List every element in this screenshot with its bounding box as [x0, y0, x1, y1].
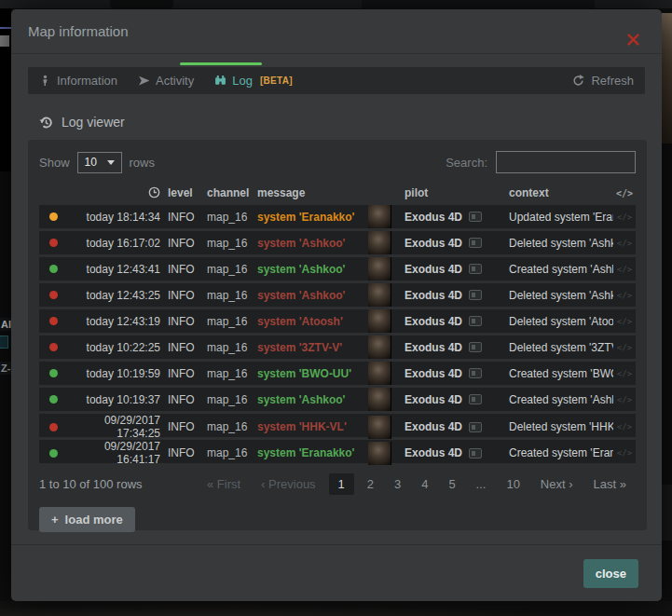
load-more-button[interactable]: + load more	[39, 507, 135, 532]
log-time: today 12:43:25	[67, 289, 160, 302]
table-row[interactable]: today 10:19:59 INFO map_16 system 'BWO-U…	[39, 362, 636, 385]
table-row[interactable]: 09/29/2017 17:34:25 INFO map_16 system '…	[39, 414, 636, 437]
row-code-icon[interactable]: </>	[613, 369, 636, 378]
pagination-page-3[interactable]: 3	[387, 473, 408, 495]
row-code-icon[interactable]: </>	[613, 239, 636, 248]
time-column-header[interactable]	[67, 186, 160, 199]
pilot-avatar	[368, 309, 391, 333]
table-row[interactable]: today 10:22:25 INFO map_16 system '3ZTV-…	[39, 335, 636, 359]
plane-icon	[138, 75, 150, 87]
row-code-icon[interactable]: </>	[613, 448, 636, 458]
log-context: Deleted system 'Atoosh' #...	[501, 315, 613, 328]
status-dot	[49, 395, 58, 404]
table-row[interactable]: today 10:19:37 INFO map_16 system 'Ashko…	[39, 388, 636, 411]
message-column-header[interactable]: message	[248, 186, 368, 199]
pagination-page-2[interactable]: 2	[360, 473, 381, 495]
pilot-name: Exodus 4D	[405, 263, 462, 276]
level-column-header[interactable]: level	[160, 186, 199, 199]
pilot-avatar	[368, 231, 391, 254]
background-map-node	[0, 335, 8, 349]
log-time: today 12:43:41	[67, 263, 160, 276]
status-dot	[49, 239, 58, 247]
log-channel: map_16	[199, 211, 248, 224]
log-level: INFO	[160, 420, 199, 433]
pilot-card-icon	[469, 422, 482, 432]
pilot-avatar	[368, 442, 391, 465]
table-row[interactable]: today 12:43:41 INFO map_16 system 'Ashko…	[39, 257, 636, 281]
pilot-cell: Exodus 4D	[397, 237, 501, 250]
pagination-page-1[interactable]: 1	[329, 473, 354, 495]
dialog-footer: close	[11, 544, 662, 601]
pagination-ellipsis[interactable]: ...	[469, 473, 494, 495]
rows-per-page-select[interactable]: 10	[77, 152, 122, 173]
row-code-icon[interactable]: </>	[613, 343, 636, 352]
plus-icon: +	[51, 513, 59, 527]
pilot-avatar-cell	[368, 257, 397, 281]
log-time: 09/29/2017 16:41:17	[67, 440, 160, 466]
tab-label: Information	[57, 74, 117, 88]
tab-log[interactable]: Log [BETA]	[214, 74, 293, 88]
log-level: INFO	[160, 211, 199, 224]
status-cell	[39, 369, 67, 377]
refresh-button[interactable]: Refresh	[572, 74, 634, 88]
pagination-next[interactable]: Next ›	[533, 473, 581, 495]
search-input[interactable]	[496, 151, 636, 173]
close-icon[interactable]	[627, 34, 639, 46]
row-code-icon[interactable]: </>	[613, 291, 636, 300]
context-column-header[interactable]: context	[501, 186, 613, 199]
pilot-avatar-cell	[368, 442, 397, 465]
log-context: Created system 'Eranakko...	[501, 446, 613, 459]
table-row[interactable]: 09/29/2017 16:41:17 INFO map_16 system '…	[39, 440, 636, 463]
table-row[interactable]: today 18:14:34 INFO map_16 system 'Erana…	[39, 205, 636, 228]
log-level: INFO	[160, 393, 199, 406]
table-row[interactable]: today 16:17:02 INFO map_16 system 'Ashko…	[39, 231, 636, 254]
search-label: Search:	[446, 156, 487, 170]
log-context: Deleted system 'HHK-VL' ...	[501, 420, 613, 433]
log-message: system 'Ashkoo'	[248, 289, 368, 302]
status-dot	[49, 369, 58, 377]
status-cell	[39, 291, 67, 299]
beta-badge: [BETA]	[260, 75, 293, 86]
table-row[interactable]: today 12:43:19 INFO map_16 system 'Atoos…	[39, 309, 636, 333]
log-time: today 16:17:02	[67, 237, 160, 250]
log-channel: map_16	[199, 315, 248, 328]
status-cell	[39, 423, 67, 431]
table-controls: Show 10 rows Search:	[39, 151, 636, 173]
pagination-page-10[interactable]: 10	[499, 473, 527, 495]
log-message: system 'Eranakko'	[248, 211, 368, 224]
pagination-page-4[interactable]: 4	[414, 473, 435, 495]
row-code-icon[interactable]: </>	[613, 212, 636, 222]
status-dot	[49, 449, 58, 458]
log-context: Deleted system 'Ashkoo' ...	[501, 289, 613, 302]
status-dot	[49, 291, 58, 299]
tab-activity[interactable]: Activity	[138, 74, 194, 88]
pilot-cell: Exodus 4D	[397, 315, 501, 328]
log-context: Created system 'Ashkoo' ...	[501, 393, 613, 406]
row-code-icon[interactable]: </>	[613, 395, 636, 404]
row-code-icon[interactable]: </>	[613, 422, 636, 431]
rows-label: rows	[130, 156, 155, 170]
pilot-card-icon	[469, 238, 482, 248]
row-code-icon[interactable]: </>	[613, 317, 636, 326]
tab-information[interactable]: Information	[39, 74, 117, 88]
history-icon	[39, 116, 53, 130]
table-row[interactable]: today 12:43:25 INFO map_16 system 'Ashko…	[39, 283, 636, 307]
channel-column-header[interactable]: channel	[199, 186, 248, 199]
pilot-card-icon	[469, 290, 482, 300]
pilot-card-icon	[469, 316, 482, 326]
row-code-icon[interactable]: </>	[613, 265, 636, 274]
pagination-page-5[interactable]: 5	[441, 473, 462, 495]
log-level: INFO	[160, 289, 199, 302]
search-area: Search:	[446, 151, 636, 173]
pilot-name: Exodus 4D	[405, 420, 462, 433]
close-button[interactable]: close	[583, 559, 638, 588]
log-level: INFO	[160, 315, 199, 328]
pagination: 1 to 10 of 100 rows « First‹ Previous123…	[39, 472, 636, 496]
pilot-column-header[interactable]: pilot	[397, 186, 501, 199]
pilot-name: Exodus 4D	[405, 367, 462, 380]
pilot-avatar-cell	[368, 309, 397, 333]
log-time: 09/29/2017 17:34:25	[67, 414, 160, 440]
pagination-last[interactable]: Last »	[586, 473, 634, 495]
refresh-label: Refresh	[591, 74, 634, 88]
show-label: Show	[39, 156, 70, 170]
